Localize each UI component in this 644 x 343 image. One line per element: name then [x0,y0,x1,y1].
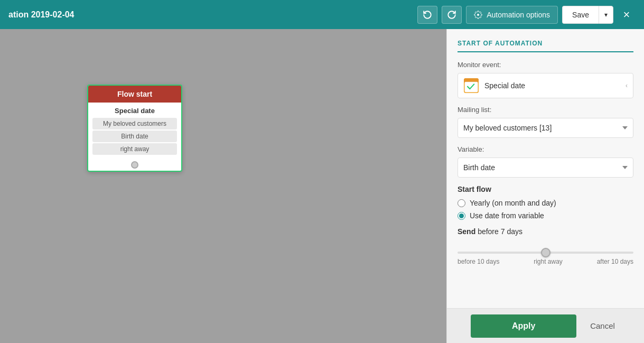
special-date-arrow-icon: ‹ [626,82,628,89]
panel-footer: Apply Cancel [447,308,644,343]
slider-container[interactable]: before 10 days right away after 10 days [458,240,633,267]
special-date-selector[interactable]: Special date ‹ [458,73,633,98]
mailing-list-select[interactable]: My beloved customers [13] [458,118,633,138]
apply-button[interactable]: Apply [471,314,576,338]
header-actions: Automation options Save ▾ × [417,6,636,24]
special-date-value: Special date [484,81,626,90]
right-panel: START OF AUTOMATION Monitor event: Speci… [446,29,644,343]
automation-options-label: Automation options [487,11,550,19]
flow-node-detail3: right away [92,143,177,155]
radio-yearly-label: Yearly (on month and day) [470,199,556,207]
undo-button[interactable] [417,6,437,24]
save-dropdown-button[interactable]: ▾ [599,6,613,24]
flow-node-body: Special date My beloved customers Birth … [88,103,181,158]
flow-node-connector [131,161,138,169]
radio-yearly-option[interactable]: Yearly (on month and day) [458,199,633,207]
flow-node-header: Flow start [88,86,181,103]
flow-node-detail1: My beloved customers [92,118,177,129]
flow-node-detail2: Birth date [92,131,177,142]
svg-point-0 [477,14,479,16]
calendar-icon [463,78,479,94]
radio-use-date-option[interactable]: Use date from variable [458,211,633,220]
start-flow-label: Start flow [458,185,633,193]
radio-use-date-input[interactable] [458,212,465,220]
slider-thumb[interactable] [541,248,550,257]
close-button[interactable]: × [618,6,636,24]
save-button[interactable]: Save [562,6,599,24]
app-header: ation 2019-02-04 Automation options Save… [0,0,644,29]
automation-options-button[interactable]: Automation options [466,6,558,24]
send-value: before 7 days [478,227,522,236]
slider-before-label: before 10 days [458,258,499,265]
panel-section-title: START OF AUTOMATION [458,40,633,52]
flow-canvas: Flow start Special date My beloved custo… [0,29,446,343]
save-group: Save ▾ [562,6,613,24]
slider-track [458,252,633,254]
redo-button[interactable] [442,6,462,24]
monitor-event-label: Monitor event: [458,61,633,69]
cancel-button[interactable]: Cancel [585,321,620,330]
send-label: Send before 7 days [458,227,633,236]
flow-node-event: Special date [88,107,181,115]
variable-select[interactable]: Birth date [458,157,633,178]
panel-content: START OF AUTOMATION Monitor event: Speci… [447,29,644,308]
mailing-list-label: Mailing list: [458,106,633,114]
flow-start-node[interactable]: Flow start Special date My beloved custo… [87,85,182,172]
slider-right-away-label: right away [534,258,563,265]
slider-after-label: after 10 days [597,258,633,265]
radio-use-date-label: Use date from variable [470,211,544,220]
header-title: ation 2019-02-04 [8,10,74,20]
variable-label: Variable: [458,145,633,153]
slider-labels: before 10 days right away after 10 days [458,258,633,265]
radio-yearly-input[interactable] [458,199,465,207]
